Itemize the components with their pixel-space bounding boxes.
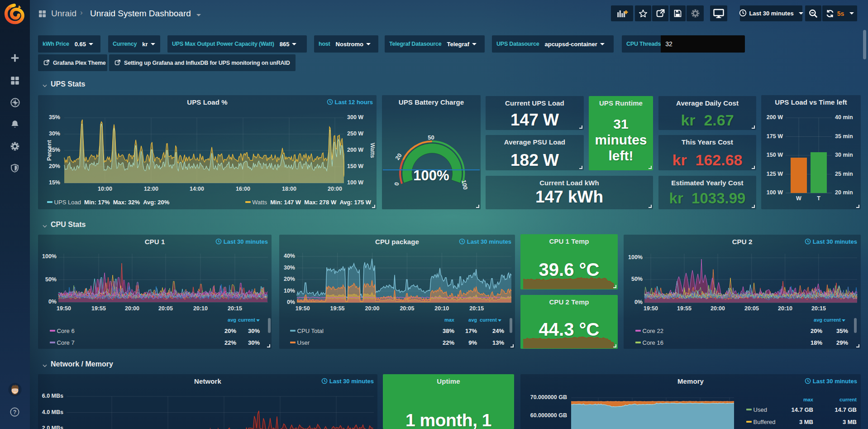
svg-text:50: 50 xyxy=(428,134,434,141)
svg-text:20: 20 xyxy=(394,152,403,161)
svg-text:?: ? xyxy=(13,409,17,415)
